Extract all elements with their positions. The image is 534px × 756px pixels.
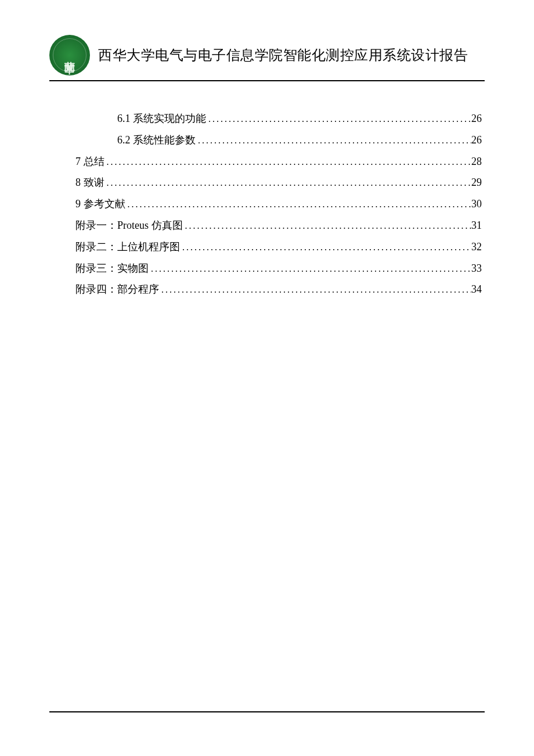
toc-leader-dots <box>104 154 472 170</box>
toc-leader-dots <box>104 175 472 190</box>
toc-entry: 8 致谢 29 <box>75 174 482 191</box>
toc-entry: 6.1 系统实现的功能 26 <box>75 110 482 127</box>
toc-leader-dots <box>149 261 471 276</box>
toc-leader-dots <box>183 218 472 233</box>
toc-page-number: 26 <box>471 110 482 127</box>
toc-page-number: 26 <box>471 132 482 149</box>
toc-leader-dots <box>159 282 471 297</box>
toc-entry: 7 总结 28 <box>75 153 482 170</box>
toc-entry: 附录三：实物图 33 <box>75 260 482 277</box>
toc-label: 7 总结 <box>75 153 104 170</box>
toc-page-number: 30 <box>471 196 482 213</box>
toc-label: 附录二：上位机程序图 <box>75 239 180 255</box>
toc-label: 6.1 系统实现的功能 <box>117 110 206 127</box>
university-logo: 莘蘭 <box>49 35 90 75</box>
toc-leader-dots <box>180 240 471 255</box>
toc-leader-dots <box>206 111 471 127</box>
footer-divider <box>49 711 485 712</box>
header-divider <box>49 80 485 81</box>
table-of-contents: 6.1 系统实现的功能 26 6.2 系统性能参数 26 7 总结 28 8 致… <box>49 110 485 298</box>
toc-page-number: 32 <box>471 239 482 255</box>
toc-label: 8 致谢 <box>75 174 104 191</box>
toc-entry: 9 参考文献 30 <box>75 196 482 213</box>
toc-page-number: 29 <box>471 174 482 191</box>
toc-page-number: 28 <box>471 153 482 170</box>
toc-entry: 6.2 系统性能参数 26 <box>75 132 482 149</box>
toc-page-number: 34 <box>471 281 482 298</box>
toc-label: 附录一：Proteus 仿真图 <box>75 217 183 234</box>
document-page: 莘蘭 西华大学电气与电子信息学院智能化测控应用系统设计报告 6.1 系统实现的功… <box>0 0 534 756</box>
toc-label: 附录四：部分程序 <box>75 281 159 298</box>
toc-entry: 附录四：部分程序 34 <box>75 281 482 298</box>
toc-label: 附录三：实物图 <box>75 260 149 277</box>
logo-inner-ring: 莘蘭 <box>53 38 86 72</box>
toc-entry: 附录二：上位机程序图 32 <box>75 239 482 255</box>
toc-label: 9 参考文献 <box>75 196 125 213</box>
toc-leader-dots <box>125 197 472 212</box>
page-header: 莘蘭 西华大学电气与电子信息学院智能化测控应用系统设计报告 <box>49 35 485 75</box>
toc-page-number: 31 <box>471 217 482 234</box>
toc-label: 6.2 系统性能参数 <box>117 132 196 149</box>
toc-page-number: 33 <box>471 260 482 277</box>
toc-leader-dots <box>196 133 471 148</box>
toc-entry: 附录一：Proteus 仿真图 31 <box>75 217 482 234</box>
header-title: 西华大学电气与电子信息学院智能化测控应用系统设计报告 <box>98 46 468 64</box>
